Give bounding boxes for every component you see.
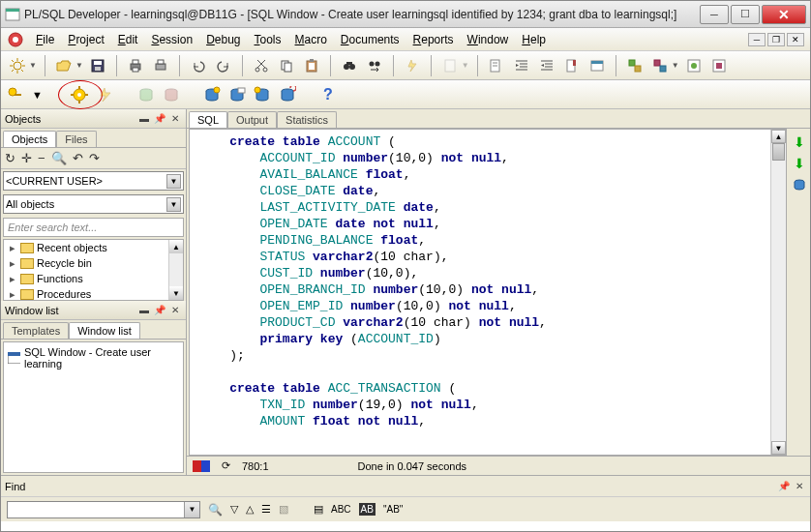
back-icon[interactable]: ↶ xyxy=(73,151,83,165)
next-button[interactable]: ⬇ xyxy=(792,134,807,150)
maximize-button[interactable]: ☐ xyxy=(731,5,760,24)
menu-reports[interactable]: Reports xyxy=(407,31,460,48)
panel-menu-button[interactable]: ▬ xyxy=(137,112,151,126)
menu-file[interactable]: File xyxy=(30,31,60,48)
object-tree[interactable]: ▸Recent objects▸Recycle bin▸Functions▸Pr… xyxy=(3,239,184,301)
menu-documents[interactable]: Documents xyxy=(335,31,406,48)
help-button[interactable]: ? xyxy=(323,86,333,103)
panel-pin-button[interactable]: 📌 xyxy=(777,480,791,493)
expand-icon[interactable]: ▸ xyxy=(8,273,17,285)
rollback-button[interactable] xyxy=(163,86,180,103)
menu-macro[interactable]: Macro xyxy=(289,31,333,48)
outdent-button[interactable] xyxy=(536,55,557,76)
tab-objects[interactable]: Objects xyxy=(3,131,56,147)
find-x-icon[interactable]: ▧ xyxy=(279,503,288,516)
bookmark-button[interactable] xyxy=(561,55,583,76)
panel-pin-button[interactable]: 📌 xyxy=(153,304,166,317)
dropdown-arrow-icon[interactable]: ▼ xyxy=(32,89,43,101)
fetch-button[interactable]: ⬇ xyxy=(792,156,807,171)
tree-item[interactable]: ▸Functions xyxy=(4,271,183,286)
undo-button[interactable] xyxy=(188,55,209,76)
tree-scrollbar[interactable]: ▲▼ xyxy=(168,240,183,300)
panel-pin-button[interactable]: 📌 xyxy=(153,112,166,126)
compile-button[interactable] xyxy=(402,55,423,76)
find-button[interactable] xyxy=(339,55,360,76)
indent-button[interactable] xyxy=(511,55,532,76)
expand-icon[interactable]: ▸ xyxy=(8,288,17,301)
windowlist-item[interactable]: SQL Window - Create user learning xyxy=(8,346,179,369)
dropdown-arrow-icon[interactable]: ▼ xyxy=(29,61,37,70)
menu-window[interactable]: Window xyxy=(462,31,515,48)
redo-button[interactable] xyxy=(213,55,234,76)
panel-menu-button[interactable]: ▬ xyxy=(137,304,151,317)
mdi-restore-button[interactable]: ❐ xyxy=(767,33,785,46)
tab-sql[interactable]: SQL xyxy=(189,111,227,128)
tree-item[interactable]: ▸Procedures xyxy=(4,286,183,301)
remove-icon[interactable]: − xyxy=(38,151,45,165)
sql-editor[interactable]: create table ACCOUNT ( ACCOUNT_ID number… xyxy=(190,130,770,455)
window-button[interactable] xyxy=(586,55,608,76)
minimize-button[interactable]: ─ xyxy=(700,5,729,24)
tools1-button[interactable] xyxy=(624,55,646,76)
find-list-icon[interactable]: ▤ xyxy=(314,503,323,516)
save-button[interactable] xyxy=(87,55,108,76)
find-icon[interactable]: 🔍 xyxy=(208,503,223,517)
dropdown-arrow-icon[interactable]: ▼ xyxy=(672,61,679,70)
db4-button[interactable] xyxy=(279,86,296,103)
menu-debug[interactable]: Debug xyxy=(200,31,246,48)
panel-close-button[interactable]: ✕ xyxy=(168,304,182,317)
execute-button[interactable] xyxy=(70,85,89,104)
open-button[interactable] xyxy=(53,55,75,76)
expand-icon[interactable]: ▸ xyxy=(8,242,17,254)
tools3-button[interactable] xyxy=(683,55,705,76)
db3-button[interactable] xyxy=(254,86,271,103)
paste-button[interactable] xyxy=(301,55,322,76)
page-button[interactable] xyxy=(439,55,461,76)
mdi-close-button[interactable]: ✕ xyxy=(787,33,804,46)
find-input[interactable]: ▼ xyxy=(7,501,200,518)
explain-button[interactable] xyxy=(486,55,507,76)
db-side-button[interactable] xyxy=(792,177,807,192)
cut-button[interactable] xyxy=(251,55,272,76)
refresh-icon[interactable]: ↻ xyxy=(5,151,15,165)
panel-close-button[interactable]: ✕ xyxy=(793,480,806,493)
forward-icon[interactable]: ↷ xyxy=(89,151,100,165)
commit-button[interactable] xyxy=(137,86,155,103)
logon-button[interactable] xyxy=(7,86,24,103)
panel-close-button[interactable]: ✕ xyxy=(168,112,182,126)
tab-files[interactable]: Files xyxy=(56,131,96,147)
dropdown-arrow-icon[interactable]: ▼ xyxy=(75,61,83,70)
menu-project[interactable]: Project xyxy=(62,31,109,48)
find-all-icon[interactable]: ☰ xyxy=(261,503,271,516)
user-combo[interactable]: <CURRENT USER> ▼ xyxy=(3,171,184,191)
menu-help[interactable]: Help xyxy=(516,31,552,48)
print-setup-button[interactable] xyxy=(150,55,171,76)
filter-combo[interactable]: All objects ▼ xyxy=(3,194,184,214)
tab-statistics[interactable]: Statistics xyxy=(277,111,337,128)
add-icon[interactable]: ✛ xyxy=(21,151,32,165)
find-ab-quoted[interactable]: "AB" xyxy=(383,504,403,515)
dropdown-arrow-icon[interactable]: ▼ xyxy=(462,61,469,70)
replace-button[interactable] xyxy=(364,55,385,76)
close-button[interactable]: ✕ xyxy=(762,5,806,24)
print-button[interactable] xyxy=(125,55,146,76)
db1-button[interactable] xyxy=(203,86,221,103)
db2-button[interactable] xyxy=(228,86,246,103)
find-abc-icon[interactable]: ABC xyxy=(331,504,351,515)
find-icon[interactable]: 🔍 xyxy=(51,151,67,165)
search-input[interactable]: Enter search text... xyxy=(3,218,184,237)
tab-output[interactable]: Output xyxy=(227,111,277,128)
menu-tools[interactable]: Tools xyxy=(249,31,287,48)
expand-icon[interactable]: ▸ xyxy=(8,257,17,270)
find-down-icon[interactable]: ▽ xyxy=(230,503,238,516)
tree-item[interactable]: ▸Recycle bin xyxy=(4,255,183,271)
refresh-icon[interactable]: ⟳ xyxy=(222,459,230,472)
mdi-minimize-button[interactable]: ─ xyxy=(748,33,766,46)
find-up-icon[interactable]: △ xyxy=(246,503,254,516)
find-case-icon[interactable]: AB xyxy=(359,503,375,516)
break-button[interactable] xyxy=(97,86,114,103)
tab-templates[interactable]: Templates xyxy=(3,322,69,339)
tools2-button[interactable] xyxy=(649,55,671,76)
tools4-button[interactable] xyxy=(708,55,730,76)
menu-session[interactable]: Session xyxy=(145,31,198,48)
